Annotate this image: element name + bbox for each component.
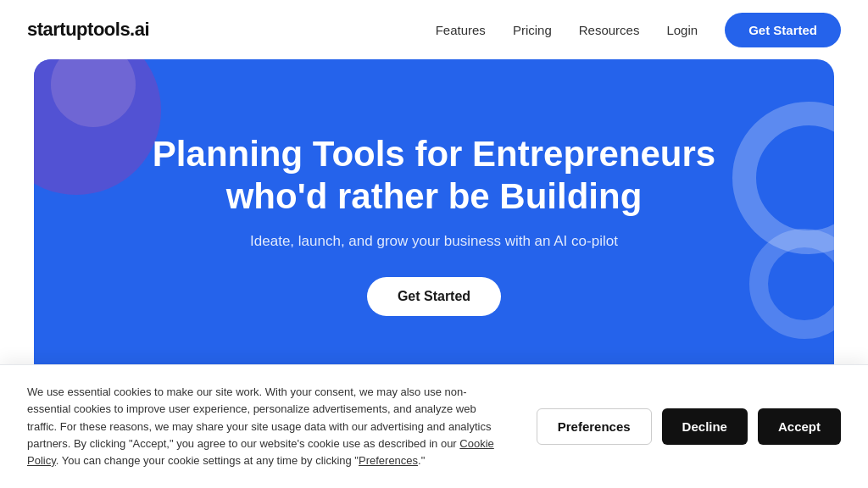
hero-get-started-button[interactable]: Get Started	[367, 277, 501, 316]
hero-decor-arc-right-2	[749, 229, 834, 339]
cookie-banner: We use essential cookies to make our sit…	[0, 364, 868, 488]
cookie-actions: Preferences Decline Accept	[537, 408, 841, 445]
cookie-text-middle: . You can change your cookie settings at…	[56, 454, 359, 467]
hero-section: Planning Tools for Entrepreneurs who'd r…	[34, 59, 834, 390]
hero-subtitle: Ideate, launch, and grow your business w…	[250, 233, 618, 250]
nav-features[interactable]: Features	[436, 23, 486, 37]
main-nav: Features Pricing Resources Login Get Sta…	[436, 13, 841, 47]
decline-button[interactable]: Decline	[662, 408, 748, 445]
header: startuptools.ai Features Pricing Resourc…	[0, 0, 868, 59]
preferences-inline-link[interactable]: Preferences	[359, 454, 418, 467]
nav-resources[interactable]: Resources	[579, 23, 640, 37]
cookie-text-end: ."	[418, 454, 425, 467]
hero-decor-circle	[51, 59, 136, 127]
cookie-text-before-link: We use essential cookies to make our sit…	[27, 385, 491, 449]
nav-login[interactable]: Login	[666, 23, 698, 37]
accept-button[interactable]: Accept	[758, 408, 841, 445]
preferences-button[interactable]: Preferences	[537, 408, 652, 445]
header-get-started-button[interactable]: Get Started	[725, 13, 841, 47]
cookie-text: We use essential cookies to make our sit…	[27, 384, 503, 469]
hero-title: Planning Tools for Entrepreneurs who'd r…	[137, 133, 731, 219]
logo: startuptools.ai	[27, 19, 149, 41]
nav-pricing[interactable]: Pricing	[513, 23, 552, 37]
